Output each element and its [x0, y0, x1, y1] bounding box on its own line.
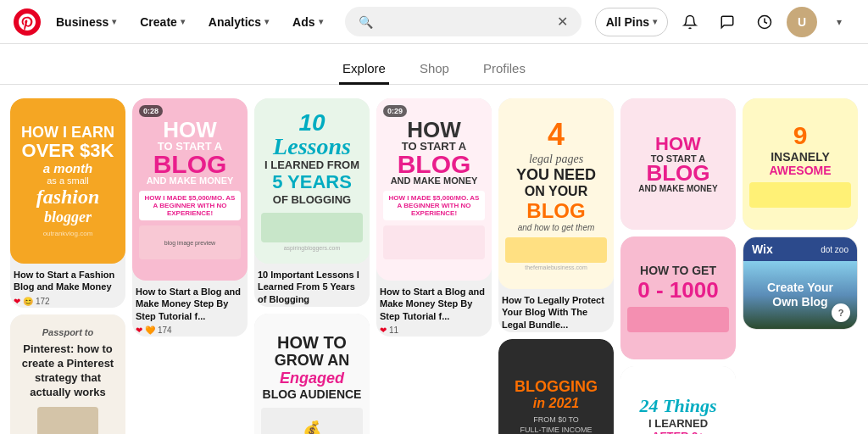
pinterest-logo[interactable]	[14, 8, 41, 36]
tab-explore[interactable]: Explore	[339, 54, 389, 85]
pin-image: HOW I EARN OVER $3K a month as a small f…	[10, 98, 125, 264]
chevron-down-icon: ▾	[653, 17, 657, 26]
list-item[interactable]: 4 legal pages YOU NEED ON YOUR BLOG and …	[498, 98, 614, 332]
heart-icon: ❤	[380, 326, 387, 335]
pin-image: 10 Lessons I LEARNED FROM 5 YEARS OF BLO…	[254, 98, 370, 264]
pin-image: 4 legal pages YOU NEED ON YOUR BLOG and …	[498, 98, 614, 289]
list-item[interactable]: HOW TO GET 0 - 1000	[620, 236, 736, 359]
pin-title: How To Legally Protect Your Blog With Th…	[502, 294, 610, 331]
business-nav[interactable]: Business ▾	[47, 10, 125, 34]
heart-icon: ❤	[14, 297, 20, 306]
tabs-bar: Explore Shop Profiles	[0, 44, 868, 85]
duration-badge: 0:29	[383, 105, 407, 117]
messages-button[interactable]	[712, 7, 743, 37]
pin-meta: How To Legally Protect Your Blog With Th…	[498, 289, 614, 332]
avatar[interactable]: U	[787, 7, 817, 37]
pin-feed: HOW I EARN OVER $3K a month as a small f…	[0, 85, 868, 434]
search-clear-button[interactable]: ✕	[557, 14, 568, 30]
search-bar: 🔍 blogging tips for beginners ✕	[345, 7, 581, 36]
list-item[interactable]: HOW I EARN OVER $3K a month as a small f…	[10, 98, 125, 308]
wix-logo: Wix	[752, 242, 773, 256]
pin-stat-value: 11	[389, 326, 398, 335]
list-item[interactable]: Wix dot zoo Create YourOwn Blog ?	[743, 236, 858, 330]
list-item[interactable]: HOW TO GROW AN Engaged BLOG AUDIENCE 💰 r…	[254, 314, 370, 434]
heart-icon: ❤	[136, 326, 142, 335]
search-input[interactable]: blogging tips for beginners	[380, 14, 550, 29]
pin-stats: ❤ 😊 172	[14, 297, 122, 306]
pin-image: 9 INSANELY AWESOME	[743, 98, 858, 230]
pin-image: HOW TO GET 0 - 1000	[620, 236, 736, 359]
ads-nav[interactable]: Ads ▾	[284, 10, 331, 34]
list-item[interactable]: 10 Lessons I LEARNED FROM 5 YEARS OF BLO…	[254, 98, 370, 307]
pin-meta: 10 Important Lessons I Learned From 5 Ye…	[254, 264, 370, 307]
create-nav[interactable]: Create ▾	[131, 10, 193, 34]
notification-bell-button[interactable]	[675, 7, 705, 37]
wix-tagline: dot zoo	[821, 245, 849, 254]
pin-title: How to Start a Blog and Make Money Step …	[136, 286, 244, 322]
pin-stat-value: 😊	[23, 297, 33, 306]
pin-image: HOW TO GROW AN Engaged BLOG AUDIENCE 💰 r…	[254, 314, 370, 434]
pin-meta: How to Start a Fashion Blog and Make Mon…	[10, 264, 125, 308]
list-item[interactable]: Passport to Pinterest: how to create a P…	[10, 314, 125, 434]
pin-meta: How to Start a Blog and Make Money Step …	[376, 281, 492, 337]
masonry-grid: HOW I EARN OVER $3K a month as a small f…	[10, 98, 858, 434]
chevron-down-icon: ▾	[181, 17, 185, 26]
pin-image: BLOGGING in 2021 FROM $0 TOFULL-TIME INC…	[498, 339, 614, 434]
updates-button[interactable]	[749, 7, 780, 37]
pin-image: 0:29 HOW TO START A BLOG AND MAKE MONEY …	[376, 98, 492, 281]
pin-stats: ❤ 🧡 174	[136, 326, 244, 335]
chevron-down-icon: ▾	[112, 17, 116, 26]
pin-meta: How to Start a Blog and Make Money Step …	[132, 281, 248, 337]
chevron-down-icon: ▾	[837, 16, 842, 28]
tab-profiles[interactable]: Profiles	[480, 54, 529, 85]
list-item[interactable]: BLOGGING in 2021 FROM $0 TOFULL-TIME INC…	[498, 339, 614, 434]
pin-image: 24 Things I LEARNED AFTER 2+ YEARS BLOGG…	[620, 366, 736, 434]
pin-image: 0:28 HOW TO START A BLOG AND MAKE MONEY …	[132, 98, 248, 281]
account-chevron-button[interactable]: ▾	[824, 7, 854, 37]
chevron-down-icon: ▾	[264, 17, 269, 26]
wix-logo-area: Wix dot zoo	[743, 237, 857, 261]
header: Business ▾ Create ▾ Analytics ▾ Ads ▾ 🔍 …	[0, 0, 868, 44]
duration-badge: 0:28	[139, 105, 163, 117]
list-item[interactable]: HOW TO START A BLOG AND MAKE MONEY	[620, 98, 736, 230]
pin-stats: ❤ 11	[380, 326, 488, 335]
stat-icon2: 🧡	[145, 326, 155, 335]
list-item[interactable]: 0:28 HOW TO START A BLOG AND MAKE MONEY …	[132, 98, 248, 337]
all-pins-button[interactable]: All Pins ▾	[595, 8, 668, 36]
list-item[interactable]: 0:29 HOW TO START A BLOG AND MAKE MONEY …	[376, 98, 492, 337]
chevron-down-icon: ▾	[319, 17, 323, 26]
list-item[interactable]: 24 Things I LEARNED AFTER 2+ YEARS BLOGG…	[620, 366, 736, 434]
pin-stat-value: 174	[158, 326, 172, 335]
analytics-nav[interactable]: Analytics ▾	[200, 10, 277, 34]
wix-cta-text: Create YourOwn Blog	[767, 281, 833, 309]
list-item[interactable]: 9 INSANELY AWESOME	[743, 98, 858, 230]
pin-title: How to Start a Blog and Make Money Step …	[380, 286, 488, 322]
pin-title: 10 Important Lessons I Learned From 5 Ye…	[258, 269, 366, 305]
help-button[interactable]: ?	[832, 303, 850, 322]
pin-title: How to Start a Fashion Blog and Make Mon…	[14, 269, 122, 293]
tab-shop[interactable]: Shop	[416, 54, 453, 85]
pin-image: HOW TO START A BLOG AND MAKE MONEY	[620, 98, 736, 230]
pin-image: Passport to Pinterest: how to create a P…	[10, 314, 125, 434]
search-icon: 🔍	[359, 15, 373, 29]
